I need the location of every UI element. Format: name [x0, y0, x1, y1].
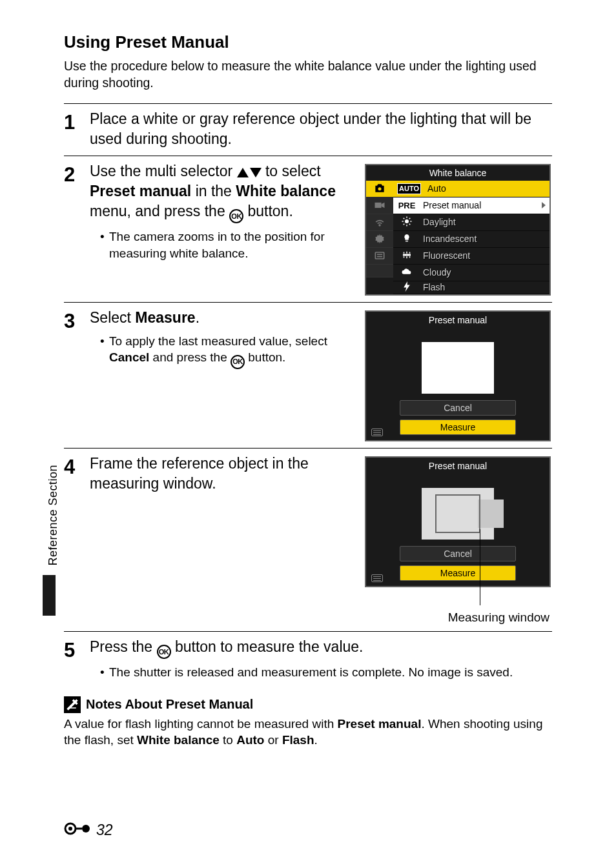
menu-icon [371, 429, 383, 436]
text: menu, and press the [90, 203, 229, 219]
tab-menu-icon [366, 248, 393, 265]
tab-movie-icon [366, 197, 393, 214]
tab-camera-icon [366, 181, 393, 197]
text: in the [196, 183, 236, 199]
notes-title: Notes About Preset Manual [86, 697, 253, 712]
row-label: Cloudy [423, 267, 451, 278]
page-content: Reference Section Using Preset Manual Us… [0, 0, 616, 868]
ok-button-icon: OK [229, 209, 243, 223]
step-3-bullet: To apply the last measured value, select… [100, 333, 354, 369]
svg-rect-1 [375, 203, 382, 208]
list-row-flash: Flash [393, 281, 549, 294]
step-4-heading: Frame the reference object in the measur… [90, 454, 354, 494]
text-bold: Preset manual [90, 183, 191, 199]
svg-line-12 [409, 223, 411, 225]
svg-rect-15 [406, 241, 408, 241]
row-label: Flash [423, 282, 445, 292]
caution-icon [64, 696, 81, 713]
text-bold: Auto [236, 733, 264, 747]
svg-line-11 [404, 217, 405, 219]
section-title: Using Preset Manual [64, 32, 552, 52]
notes-text: A value for flash lighting cannot be mea… [64, 716, 552, 749]
chevron-right-icon [542, 202, 546, 208]
measuring-window-caption: Measuring window [365, 611, 552, 625]
notes-block: Notes About Preset Manual A value for fl… [64, 696, 552, 749]
step-number: 1 [64, 109, 78, 132]
text: button. [248, 350, 285, 364]
measure-option: Measure [400, 565, 516, 581]
cancel-option: Cancel [400, 546, 516, 561]
text: Use the multi selector [90, 163, 237, 179]
page-footer: 32 [64, 821, 113, 839]
svg-point-0 [378, 188, 382, 191]
step-4: 4 Frame the reference object in the meas… [64, 449, 552, 631]
step-number: 4 [64, 454, 78, 477]
step-number: 2 [64, 161, 78, 185]
fluorescent-icon [397, 249, 416, 263]
reference-object [478, 500, 504, 528]
step-2: 2 Use the multi selector to select Prese… [64, 156, 552, 302]
camera-menu-white-balance: White balance [365, 164, 551, 296]
svg-rect-3 [375, 252, 384, 259]
list-row-cloudy: Cloudy [393, 265, 549, 281]
text: to select [265, 163, 321, 179]
ok-button-icon: OK [157, 645, 171, 659]
sun-icon [397, 216, 416, 229]
text-bold: Preset manual [338, 717, 422, 731]
svg-rect-16 [403, 254, 411, 256]
step-number: 3 [64, 308, 78, 331]
row-label: Preset manual [423, 200, 481, 210]
row-label: Incandescent [423, 234, 477, 244]
camera-screen-preset-measure: Preset manual Cancel Measure [365, 310, 551, 441]
up-down-arrows-icon [237, 168, 262, 177]
text: . [196, 309, 200, 326]
row-label: Auto [427, 183, 446, 194]
measure-option: Measure [400, 419, 516, 435]
notes-heading: Notes About Preset Manual [64, 696, 552, 713]
list-row-auto: AUTO Auto [393, 181, 549, 197]
text: Press the [90, 638, 157, 655]
row-label: Daylight [423, 217, 456, 227]
list-row-daylight: Daylight [393, 214, 549, 231]
list-row-fluorescent: Fluorescent [393, 248, 549, 265]
list-row-incandescent: Incandescent [393, 231, 549, 248]
step-2-heading: Use the multi selector to select Preset … [90, 161, 354, 224]
reference-section-icon [64, 821, 94, 839]
step-1-heading: Place a white or gray reference object u… [90, 109, 552, 149]
row-label: Fluorescent [423, 250, 470, 261]
step-3: 3 Select Measure. To apply the last meas… [64, 303, 552, 448]
svg-point-24 [68, 827, 72, 831]
ok-button-icon: OK [231, 355, 245, 369]
text: Select [90, 309, 135, 326]
svg-point-6 [405, 219, 409, 223]
text: To apply the last measured value, select [109, 334, 327, 348]
svg-point-25 [82, 825, 90, 833]
intro-text: Use the procedure below to measure the w… [64, 57, 552, 92]
step-number: 5 [64, 637, 78, 660]
camera-screen-preset-frame: Preset manual Cancel Measure [365, 456, 551, 587]
screen-title: Preset manual [366, 458, 549, 474]
step-1: 1 Place a white or gray reference object… [64, 104, 552, 156]
svg-line-13 [404, 223, 405, 225]
tab-setup-icon [366, 231, 393, 248]
cloud-icon [397, 267, 416, 278]
list-row-preset-manual: PRE Preset manual [393, 197, 549, 214]
text: . [314, 733, 318, 747]
text: and press the [153, 350, 231, 364]
flash-icon [397, 281, 416, 294]
svg-line-14 [409, 217, 411, 219]
step-5-heading: Press the OK button to measure the value… [90, 637, 552, 659]
screen-title: Preset manual [366, 312, 549, 328]
text: button to measure the value. [175, 638, 364, 655]
step-3-heading: Select Measure. [90, 308, 354, 328]
screen-title: White balance [366, 165, 549, 181]
preview-box [422, 342, 494, 394]
measuring-window-frame [435, 494, 480, 533]
tab-wifi-icon [366, 214, 393, 231]
pre-icon: PRE [397, 201, 416, 210]
text-bold: White balance [137, 733, 220, 747]
screen-mode-tabs [366, 181, 393, 294]
svg-point-2 [379, 225, 380, 226]
page-number: 32 [96, 822, 113, 839]
text: A value for flash lighting cannot be mea… [64, 717, 338, 731]
